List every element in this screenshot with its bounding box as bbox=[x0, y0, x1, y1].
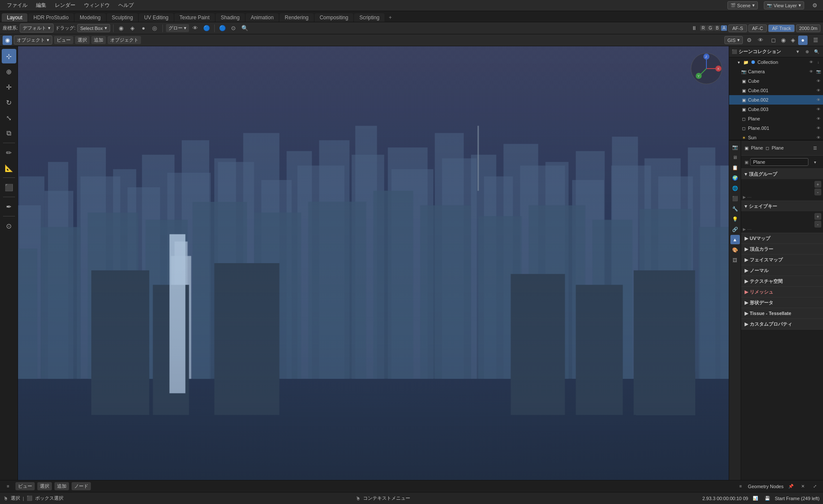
gn-close-btn[interactable]: ✕ bbox=[798, 482, 808, 491]
node-menu-bottom[interactable]: ノード bbox=[72, 482, 91, 490]
tab-texture-paint[interactable]: Texture Paint bbox=[174, 13, 215, 22]
material-props-tab[interactable]: 🎨 bbox=[730, 245, 740, 255]
geometry-data-header[interactable]: ▶ 形状データ bbox=[741, 297, 823, 308]
face-maps-header[interactable]: ▶ フェイスマップ bbox=[741, 255, 823, 265]
x-ray-toggle[interactable]: ☰ bbox=[811, 36, 820, 45]
glow-btn[interactable]: グロー ▾ bbox=[166, 24, 189, 32]
add-primitive-btn[interactable]: ⬛ bbox=[2, 180, 16, 195]
viewport-mode-rendered[interactable]: ● bbox=[139, 24, 148, 33]
tab-animation[interactable]: Animation bbox=[246, 13, 279, 22]
sk-add-btn[interactable]: + bbox=[814, 213, 821, 220]
menu-render[interactable]: レンダー bbox=[51, 1, 79, 10]
sk-expand-btn[interactable]: ▶ ···· bbox=[743, 226, 751, 232]
vg-add-btn[interactable]: + bbox=[814, 181, 821, 188]
viewport-gizmo[interactable]: X Y Z bbox=[689, 51, 724, 86]
tab-sculpting[interactable]: Sculpting bbox=[107, 13, 138, 22]
annotate-tool-btn[interactable]: ✏ bbox=[2, 145, 16, 160]
object-mode-icon[interactable]: ◉ bbox=[3, 36, 12, 45]
cam-vis-icon[interactable]: 👁 bbox=[808, 69, 814, 75]
tab-scripting[interactable]: Scripting bbox=[354, 13, 384, 22]
outliner-item-plane[interactable]: ◻ Plane 👁 bbox=[729, 114, 823, 123]
uv-maps-header[interactable]: ▶ UVマップ bbox=[741, 233, 823, 243]
menu-file[interactable]: ファイル bbox=[3, 1, 31, 10]
mesh-name-field[interactable]: Plane bbox=[750, 158, 808, 166]
outliner-sort-btn[interactable]: ⊕ bbox=[803, 48, 811, 56]
ch-b[interactable]: B bbox=[714, 25, 721, 31]
tab-layout[interactable]: Layout bbox=[2, 13, 27, 22]
options-btn[interactable]: ⚙ bbox=[810, 1, 820, 10]
add-menu[interactable]: 追加 bbox=[91, 36, 106, 44]
scene-selector[interactable]: 🎬 Scene ▾ bbox=[727, 1, 758, 9]
tab-rendering[interactable]: Rendering bbox=[279, 13, 313, 22]
plane-vis-icon[interactable]: 👁 bbox=[815, 116, 821, 122]
mesh-props-tab[interactable]: ▲ bbox=[730, 235, 740, 244]
scale-tool-btn[interactable]: ⤡ bbox=[2, 111, 16, 125]
outliner-item-sun[interactable]: ☀ Sun 👁 bbox=[729, 133, 823, 140]
cube003-vis-icon[interactable]: 👁 bbox=[815, 106, 821, 112]
af-track-btn[interactable]: AF Track bbox=[768, 24, 795, 32]
mode-dropdown[interactable]: オブジェクト ▾ bbox=[14, 36, 52, 45]
tab-compositing[interactable]: Compositing bbox=[315, 13, 354, 22]
plane001-vis-icon[interactable]: 👁 bbox=[815, 125, 821, 131]
select-icon[interactable]: ↓ bbox=[815, 59, 821, 65]
search-btn[interactable]: 🔍 bbox=[240, 24, 249, 33]
ch-a[interactable]: A bbox=[721, 25, 727, 31]
gn-mode-btn[interactable]: ≡ bbox=[736, 482, 745, 491]
texture-space-header[interactable]: ▶ テクスチャ空間 bbox=[741, 276, 823, 286]
world-props-tab[interactable]: 🌐 bbox=[730, 183, 740, 193]
play-btn[interactable]: ⏸ bbox=[689, 24, 699, 33]
gn-pin-btn[interactable]: 📌 bbox=[786, 482, 796, 491]
move-tool-btn[interactable]: ✛ bbox=[2, 80, 16, 94]
object-props-tab[interactable]: ⬛ bbox=[730, 194, 740, 203]
vertex-colors-header[interactable]: ▶ 頂点カラー bbox=[741, 244, 823, 254]
tab-shading[interactable]: Shading bbox=[216, 13, 245, 22]
viewport-mode-material[interactable]: ◎ bbox=[150, 24, 159, 33]
outliner-item-plane001[interactable]: ◻ Plane.001 👁 bbox=[729, 123, 823, 133]
viewport-mode-solid[interactable]: ◉ bbox=[117, 24, 126, 33]
remesh-header[interactable]: ▶ リメッシュ bbox=[741, 287, 823, 297]
shading-solid[interactable]: ◉ bbox=[778, 36, 788, 45]
shading-wire[interactable]: ◻ bbox=[769, 36, 778, 45]
modifier-props-tab[interactable]: 🔧 bbox=[730, 204, 740, 213]
drag-dropdown[interactable]: Select Box ▾ bbox=[77, 24, 110, 32]
viewport[interactable]: X Y Z bbox=[18, 46, 729, 480]
object-menu[interactable]: オブジェクト bbox=[108, 36, 141, 44]
rotate-tool-btn[interactable]: ↻ bbox=[2, 95, 16, 110]
vg-remove-btn[interactable]: - bbox=[814, 189, 821, 195]
texture-props-tab[interactable]: 🖼 bbox=[730, 255, 740, 265]
custom-props-header[interactable]: ▶ カスタムプロパティ bbox=[741, 319, 823, 329]
timeline-mode-btn[interactable]: ≡ bbox=[3, 482, 13, 491]
sk-remove-btn[interactable]: - bbox=[814, 221, 821, 228]
coord-dropdown[interactable]: デフォルト ▾ bbox=[20, 24, 54, 33]
vg-expand-btn[interactable]: ▶ ···· bbox=[743, 194, 751, 200]
outliner-item-cube003[interactable]: ▣ Cube.003 👁 bbox=[729, 105, 823, 114]
output-props-tab[interactable]: 🖥 bbox=[730, 153, 740, 162]
af-c-btn[interactable]: AF-C bbox=[748, 24, 767, 32]
distance-display[interactable]: 2000.0m bbox=[796, 24, 820, 32]
tab-hdr[interactable]: HDR ProStudio bbox=[28, 13, 74, 22]
tab-modeling[interactable]: Modeling bbox=[75, 13, 106, 22]
props-options-btn[interactable]: ☰ bbox=[810, 143, 820, 153]
save-settings-btn[interactable]: 💾 bbox=[763, 494, 772, 503]
tissue-header[interactable]: ▶ Tissue - Tessellate bbox=[741, 308, 823, 318]
outliner-item-cube001[interactable]: ▣ Cube.001 👁 bbox=[729, 86, 823, 95]
outliner-item-collection[interactable]: ▾ 📁 Collection 👁 ↓ bbox=[729, 57, 823, 67]
cursor-tool-btn[interactable]: ⊕ bbox=[2, 64, 16, 79]
select-menu-bottom[interactable]: 選択 bbox=[37, 482, 52, 490]
scene-props-tab[interactable]: 🌍 bbox=[730, 173, 740, 183]
view-menu-bottom[interactable]: ビュー bbox=[15, 482, 35, 490]
particles-props-tab[interactable]: 💡 bbox=[730, 214, 740, 224]
viewlayer-props-tab[interactable]: 📋 bbox=[730, 163, 740, 172]
normals-header[interactable]: ▶ ノーマル bbox=[741, 265, 823, 276]
more-tools-btn[interactable]: ⊙ bbox=[2, 219, 16, 233]
outliner-item-cube[interactable]: ▣ Cube 👁 bbox=[729, 76, 823, 86]
outliner-item-camera[interactable]: 📷 Camera 👁 📷 bbox=[729, 67, 823, 76]
outliner-item-cube002[interactable]: ▣ Cube.002 👁 bbox=[729, 95, 823, 105]
shading-rendered[interactable]: ● bbox=[798, 36, 808, 45]
shading-lpe[interactable]: ◈ bbox=[788, 36, 798, 45]
select-tool-btn[interactable]: ⊹ bbox=[2, 49, 16, 63]
sun-vis-icon[interactable]: 👁 bbox=[815, 135, 821, 140]
grease-pencil-btn[interactable]: ✒ bbox=[2, 199, 16, 214]
gis-dropdown[interactable]: GIS ▾ bbox=[724, 36, 743, 44]
vertex-groups-header[interactable]: ▾ 頂点グループ bbox=[741, 169, 823, 179]
